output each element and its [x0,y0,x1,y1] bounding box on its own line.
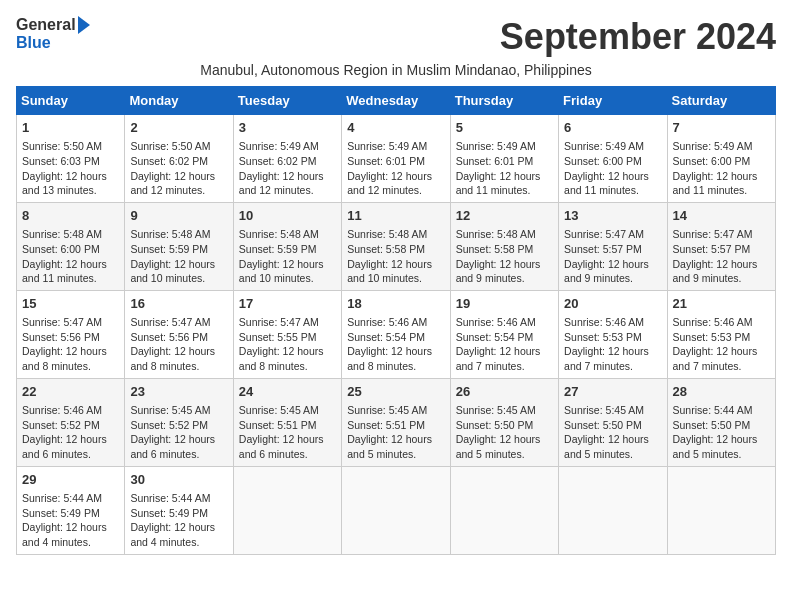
day-info-line: Sunrise: 5:44 AM [130,491,227,506]
day-info-line: Sunset: 5:54 PM [347,330,444,345]
day-info-line: Sunrise: 5:46 AM [456,315,553,330]
day-info-line: Sunset: 6:02 PM [239,154,336,169]
month-title: September 2024 [110,16,776,58]
calendar-cell: 7Sunrise: 5:49 AMSunset: 6:00 PMDaylight… [667,115,775,203]
day-info-line: Sunset: 5:58 PM [347,242,444,257]
day-info-line: and 4 minutes. [22,535,119,550]
day-info-line: and 11 minutes. [564,183,661,198]
day-number: 23 [130,383,227,401]
calendar-cell: 13Sunrise: 5:47 AMSunset: 5:57 PMDayligh… [559,202,667,290]
calendar-cell: 2Sunrise: 5:50 AMSunset: 6:02 PMDaylight… [125,115,233,203]
day-number: 21 [673,295,770,313]
day-info-line: Sunset: 5:53 PM [564,330,661,345]
day-info-line: Daylight: 12 hours [564,344,661,359]
day-number: 17 [239,295,336,313]
logo-arrow-icon [78,16,90,34]
day-info-line: Daylight: 12 hours [239,169,336,184]
day-number: 15 [22,295,119,313]
calendar-cell: 3Sunrise: 5:49 AMSunset: 6:02 PMDaylight… [233,115,341,203]
day-number: 12 [456,207,553,225]
day-info-line: Sunset: 6:00 PM [564,154,661,169]
day-info-line: Daylight: 12 hours [564,257,661,272]
calendar-cell: 1Sunrise: 5:50 AMSunset: 6:03 PMDaylight… [17,115,125,203]
day-info-line: Sunrise: 5:49 AM [239,139,336,154]
day-info-line: Daylight: 12 hours [130,520,227,535]
day-info-line: Daylight: 12 hours [673,257,770,272]
day-info-line: Sunrise: 5:47 AM [673,227,770,242]
day-info-line: Sunset: 5:57 PM [564,242,661,257]
day-info-line: Sunrise: 5:47 AM [564,227,661,242]
day-info-line: Daylight: 12 hours [673,344,770,359]
day-number: 6 [564,119,661,137]
day-number: 22 [22,383,119,401]
calendar-cell [667,466,775,554]
day-info-line: and 8 minutes. [347,359,444,374]
day-info-line: and 10 minutes. [130,271,227,286]
calendar-cell: 25Sunrise: 5:45 AMSunset: 5:51 PMDayligh… [342,378,450,466]
calendar-cell [233,466,341,554]
day-info-line: Daylight: 12 hours [130,432,227,447]
day-info-line: Sunset: 5:58 PM [456,242,553,257]
calendar-cell: 4Sunrise: 5:49 AMSunset: 6:01 PMDaylight… [342,115,450,203]
day-info-line: Sunrise: 5:46 AM [673,315,770,330]
calendar-cell: 22Sunrise: 5:46 AMSunset: 5:52 PMDayligh… [17,378,125,466]
day-info-line: Sunrise: 5:50 AM [22,139,119,154]
day-info-line: Sunrise: 5:45 AM [239,403,336,418]
day-number: 24 [239,383,336,401]
day-info-line: Daylight: 12 hours [130,257,227,272]
day-info-line: and 6 minutes. [239,447,336,462]
day-info-line: Daylight: 12 hours [456,432,553,447]
day-info-line: Sunset: 5:57 PM [673,242,770,257]
day-info-line: Daylight: 12 hours [347,169,444,184]
calendar-cell: 5Sunrise: 5:49 AMSunset: 6:01 PMDaylight… [450,115,558,203]
day-info-line: Daylight: 12 hours [22,257,119,272]
calendar-cell: 30Sunrise: 5:44 AMSunset: 5:49 PMDayligh… [125,466,233,554]
day-info-line: Sunrise: 5:45 AM [130,403,227,418]
day-info-line: and 7 minutes. [456,359,553,374]
day-info-line: Daylight: 12 hours [564,169,661,184]
calendar-cell [559,466,667,554]
calendar-cell: 28Sunrise: 5:44 AMSunset: 5:50 PMDayligh… [667,378,775,466]
day-info-line: Sunset: 5:54 PM [456,330,553,345]
day-info-line: and 10 minutes. [347,271,444,286]
calendar-cell: 8Sunrise: 5:48 AMSunset: 6:00 PMDaylight… [17,202,125,290]
day-info-line: Sunrise: 5:48 AM [456,227,553,242]
day-number: 11 [347,207,444,225]
day-number: 29 [22,471,119,489]
day-number: 8 [22,207,119,225]
day-info-line: Sunset: 5:50 PM [456,418,553,433]
day-info-line: Sunrise: 5:49 AM [673,139,770,154]
day-info-line: Sunset: 5:56 PM [22,330,119,345]
day-info-line: Daylight: 12 hours [130,344,227,359]
day-number: 26 [456,383,553,401]
calendar-cell: 9Sunrise: 5:48 AMSunset: 5:59 PMDaylight… [125,202,233,290]
day-number: 14 [673,207,770,225]
day-info-line: Sunset: 5:52 PM [22,418,119,433]
day-info-line: Daylight: 12 hours [456,257,553,272]
day-info-line: Sunrise: 5:48 AM [130,227,227,242]
day-info-line: and 5 minutes. [673,447,770,462]
calendar-cell: 19Sunrise: 5:46 AMSunset: 5:54 PMDayligh… [450,290,558,378]
day-info-line: Daylight: 12 hours [130,169,227,184]
day-info-line: Sunset: 5:59 PM [130,242,227,257]
day-info-line: and 8 minutes. [239,359,336,374]
day-number: 16 [130,295,227,313]
day-info-line: Daylight: 12 hours [239,257,336,272]
day-info-line: Sunrise: 5:45 AM [347,403,444,418]
day-info-line: and 12 minutes. [347,183,444,198]
calendar-cell: 6Sunrise: 5:49 AMSunset: 6:00 PMDaylight… [559,115,667,203]
calendar-cell: 21Sunrise: 5:46 AMSunset: 5:53 PMDayligh… [667,290,775,378]
day-header-friday: Friday [559,87,667,115]
day-info-line: Daylight: 12 hours [239,432,336,447]
calendar-cell: 27Sunrise: 5:45 AMSunset: 5:50 PMDayligh… [559,378,667,466]
calendar-cell: 10Sunrise: 5:48 AMSunset: 5:59 PMDayligh… [233,202,341,290]
day-info-line: and 6 minutes. [22,447,119,462]
day-number: 18 [347,295,444,313]
day-info-line: Sunset: 6:00 PM [22,242,119,257]
day-info-line: and 5 minutes. [564,447,661,462]
day-info-line: and 4 minutes. [130,535,227,550]
calendar-cell: 29Sunrise: 5:44 AMSunset: 5:49 PMDayligh… [17,466,125,554]
day-info-line: and 12 minutes. [239,183,336,198]
logo-general-text: General [16,16,76,34]
day-info-line: Sunset: 6:03 PM [22,154,119,169]
